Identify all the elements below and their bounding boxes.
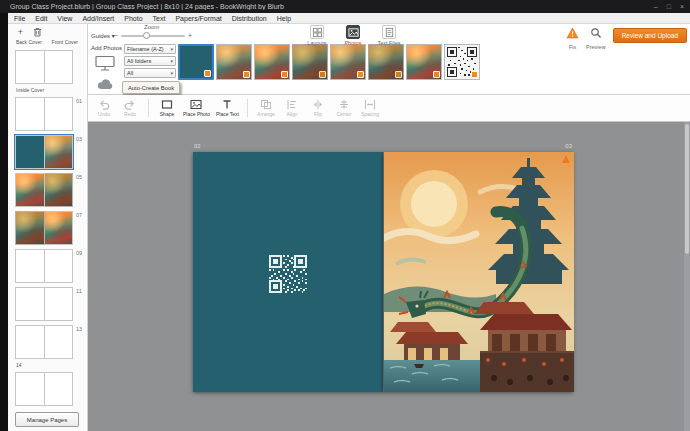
page-thumbnail (45, 372, 74, 406)
page-03[interactable] (383, 152, 573, 392)
page-number: 14 (16, 362, 87, 368)
filter-select[interactable]: All ▾ (124, 68, 176, 78)
zoom-out-icon[interactable]: − (114, 32, 118, 39)
titlebar: Group Class Project.blurb | Group Class … (0, 0, 690, 13)
monitor-icon (94, 55, 116, 72)
page-thumbnail (15, 287, 45, 321)
photo-thumbnail[interactable] (330, 44, 366, 80)
photo-thumbnail[interactable] (406, 44, 442, 80)
page-thumbnail (45, 135, 74, 169)
zoom-track[interactable] (121, 35, 185, 37)
undo-button[interactable]: Undo (92, 98, 116, 118)
page-number: 11 (76, 288, 82, 294)
menu-photo[interactable]: Photo (124, 15, 142, 22)
page-thumbnail (45, 50, 74, 84)
canvas-scrollbar[interactable] (684, 122, 690, 431)
sidebar-spread-08-09[interactable]: 09 (15, 249, 73, 283)
magnifier-icon (590, 27, 602, 39)
page-thumbnail (15, 50, 45, 84)
window-maximize-button[interactable]: □ (667, 3, 671, 10)
menu-distribution[interactable]: Distribution (232, 15, 267, 22)
page-02[interactable] (193, 152, 383, 392)
menu-file[interactable]: File (14, 15, 25, 22)
bookwright-window: Group Class Project.blurb | Group Class … (0, 0, 690, 431)
tab-text-files[interactable]: Text Files (374, 24, 404, 46)
preview-button[interactable]: Preview (586, 25, 606, 50)
fix-warnings-button[interactable]: Fix (566, 25, 579, 50)
photo-strip (178, 44, 480, 82)
page-number: 03 (76, 136, 82, 142)
sidebar-spread-covers[interactable] (15, 50, 73, 84)
guides-dropdown[interactable]: Guides ▾ (91, 32, 115, 39)
zoom-label: Zoom (144, 24, 159, 30)
place-text-button[interactable]: Place Text (214, 98, 241, 118)
page-number: 01 (76, 98, 82, 104)
page-thumbnail (45, 249, 74, 283)
window-title: Group Class Project.blurb | Group Class … (10, 3, 654, 10)
photos-icon (348, 27, 359, 38)
page-number: 05 (76, 174, 82, 180)
center-button[interactable]: Center (332, 98, 356, 118)
dragon-artwork-image (384, 152, 574, 392)
zoom-knob[interactable] (143, 32, 150, 39)
menu-add-insert[interactable]: Add/Insert (82, 15, 114, 22)
menu-help[interactable]: Help (277, 15, 291, 22)
usage-badge (319, 71, 326, 78)
page-number: 09 (76, 250, 82, 256)
menu-edit[interactable]: Edit (35, 15, 47, 22)
sidebar-spread-04-05[interactable]: 05 (15, 173, 73, 207)
photo-thumbnail-qr[interactable] (444, 44, 480, 80)
window-close-button[interactable]: × (680, 3, 684, 10)
sidebar-spread-10-11[interactable]: 11 (15, 287, 73, 321)
photo-thumbnail[interactable] (216, 44, 252, 80)
window-minimize-button[interactable]: – (654, 3, 658, 10)
usage-badge (243, 71, 250, 78)
scrollbar-thumb[interactable] (685, 124, 689, 254)
review-and-upload-button[interactable]: Review and Upload (613, 28, 687, 43)
sort-select[interactable]: Filename (A-Z) ▾ (124, 44, 176, 54)
page-number: 13 (76, 326, 82, 332)
align-button[interactable]: Align (280, 98, 304, 118)
sidebar-spread-02-03[interactable]: 03 (15, 135, 73, 169)
menu-papers-format[interactable]: Papers/Format (175, 15, 221, 22)
usage-badge (395, 71, 402, 78)
import-from-cloud-button[interactable] (96, 76, 114, 88)
zoom-in-icon[interactable]: + (188, 32, 192, 39)
shape-button[interactable]: Shape (155, 98, 179, 118)
qr-code-image[interactable] (269, 255, 307, 293)
photo-thumbnail[interactable] (292, 44, 328, 80)
tab-layouts[interactable]: Layouts (302, 24, 332, 46)
menu-text[interactable]: Text (153, 15, 166, 22)
arrange-button[interactable]: Arrange (254, 98, 278, 118)
spread-canvas[interactable]: 02 03 (88, 122, 690, 431)
flip-button[interactable]: Flip (306, 98, 330, 118)
sidebar-spread-06-07[interactable]: 07 (15, 211, 73, 245)
text-file-icon (384, 27, 395, 38)
zoom-slider: − + (114, 32, 192, 39)
front-cover-label: Front Cover (52, 39, 78, 45)
chevron-down-icon: ▾ (170, 46, 173, 52)
page-thumbnail (15, 249, 45, 283)
page-thumbnail (15, 372, 45, 406)
sidebar-spread-12-13[interactable]: 13 (15, 325, 73, 359)
source-tabs: Layouts Photos (302, 24, 404, 46)
add-page-icon[interactable]: + (15, 27, 26, 38)
warning-triangle-icon[interactable] (562, 155, 570, 163)
photo-thumbnail[interactable] (254, 44, 290, 80)
photo-thumbnail[interactable] (368, 44, 404, 80)
chevron-down-icon: ▾ (170, 58, 173, 64)
sidebar-spread-14[interactable] (15, 372, 73, 406)
folders-select[interactable]: All folders ▾ (124, 56, 176, 66)
auto-create-book-button[interactable]: Auto-Create Book (122, 81, 180, 94)
redo-button[interactable]: Redo (118, 98, 142, 118)
page-thumbnail (45, 325, 74, 359)
photo-thumbnail-selected[interactable] (178, 44, 214, 80)
delete-page-icon[interactable] (32, 27, 43, 38)
spacing-button[interactable]: Spacing (358, 98, 382, 118)
tab-photos[interactable]: Photos (338, 24, 368, 46)
manage-pages-button[interactable]: Manage Pages (15, 412, 79, 427)
place-photo-button[interactable]: Place Photo (181, 98, 212, 118)
menu-view[interactable]: View (57, 15, 72, 22)
sidebar-spread-inside-01[interactable]: 01 (15, 97, 73, 131)
import-from-computer-button[interactable] (94, 55, 116, 72)
